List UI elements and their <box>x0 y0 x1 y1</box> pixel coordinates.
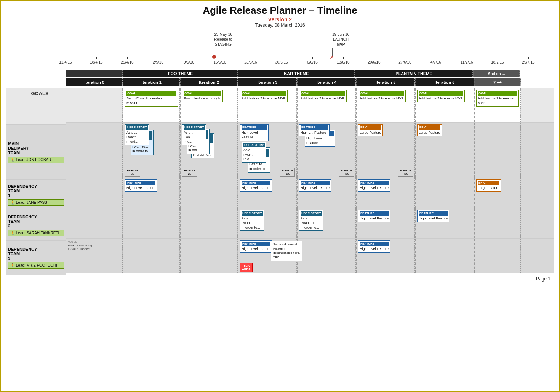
theme-bar-label: BAR THEME <box>238 70 355 77</box>
tick-8 <box>312 57 313 59</box>
main-cell-7 <box>474 123 521 178</box>
date-label: Tuesday, 08 March 2016 <box>6 22 554 28</box>
dep1-cell-6 <box>415 178 474 208</box>
theme-foo <box>66 70 123 77</box>
goal-body-4: Add feature 2 to enable MVP. <box>301 96 345 101</box>
goals-cell-2: GOAL Punch first slice through. <box>180 88 238 122</box>
points-value-5: TBC <box>400 172 411 176</box>
iterations-row: Iteration 0 Iteration 1 Iteration 2 Iter… <box>66 78 554 86</box>
dep3-row: NOTES RISK: Resourcing.ISSUE: Finance. F… <box>66 238 554 273</box>
dep3-cell-7 <box>474 239 521 273</box>
milestone-launch: 19-Jun-16LAUNCHMVP ✕ <box>332 32 349 47</box>
goal-header-1: GOAL <box>126 91 176 96</box>
epic-5: EPIC Large Feature <box>358 124 383 136</box>
header: Agile Release Planner – Timeline Version… <box>6 5 554 30</box>
dep1-label: DEPENDENCY TEAM 1 🚶 Lead: JANE PASS <box>6 179 66 210</box>
dep3-cell-6 <box>415 239 474 273</box>
points-label-5: POINTS <box>400 169 411 172</box>
points-badge-2: POINTS 23 <box>182 168 197 177</box>
page-wrapper: Agile Release Planner – Timeline Version… <box>1 1 559 287</box>
feature-3: FEATURE High Level Feature <box>240 124 269 141</box>
dep2-cell-2 <box>180 208 238 238</box>
callout-bubble: Some risk aroundPlatformdependencies her… <box>271 241 302 261</box>
date-9: 13/6/16 <box>337 60 349 64</box>
goals-cell-3: GOAL Add feature 2 to enable MVP. <box>238 88 297 122</box>
date-5: 16/5/16 <box>213 60 226 64</box>
date-3: 2/5/16 <box>153 60 163 64</box>
iteration-3: Iteration 3 <box>238 78 297 86</box>
dep1-feature-5: FEATURE High Level Feature <box>358 179 390 192</box>
main-cell-4: FEATURE High L... Feature FEATURE High L… <box>297 123 356 178</box>
feature-4a: FEATURE High L... Feature <box>299 124 330 136</box>
date-1: 18/4/16 <box>90 60 102 64</box>
iteration-1: Iteration 1 <box>123 78 180 86</box>
milestone-staging-line <box>214 48 214 56</box>
goal-card-2: GOAL Punch first slice through. <box>182 90 223 102</box>
points-label-2: POINTS <box>184 169 195 172</box>
goals-cell-4: GOAL Add feature 2 to enable MVP. <box>297 88 356 122</box>
main-row: USER STORY As a ...I want...In ord... US… <box>66 122 554 178</box>
dep2-cell-0 <box>66 208 123 238</box>
goal-body-2: Punch first slice through. <box>184 96 221 101</box>
goal-header-6: GOAL <box>419 91 463 96</box>
dep3-lead: 🚶 Lead: MIKE FOOTOOHI <box>8 262 64 269</box>
goal-card-5: GOAL Add feature 2 to enable MVP. <box>358 90 406 102</box>
points-value-2: 23 <box>184 172 195 176</box>
dep1-cell-1: FEATURE High Level Feature <box>123 178 180 208</box>
notes-body: RISK: Resourcing.ISSUE: Finance. <box>68 244 93 251</box>
goal-body-5: Add feature 2 to enable MVP. <box>360 96 404 101</box>
main-cell-0 <box>66 123 123 178</box>
goal-card-6: GOAL Add feature 2 to enable MVP. <box>417 90 465 102</box>
points-value-4: TBC <box>341 172 352 176</box>
story-group-1: USER STORY As a ...I want...In ord... US… <box>125 124 149 145</box>
iteration-0: Iteration 0 <box>66 78 123 86</box>
tick-4 <box>189 57 189 59</box>
points-badge-1: POINTS 22 <box>125 168 140 177</box>
milestone-staging-label: 23-May-16Release toSTAGING <box>214 32 232 47</box>
dep1-cell-2 <box>180 178 238 208</box>
date-13: 11/7/16 <box>460 60 473 64</box>
goal-header-7: GOAL <box>478 91 517 96</box>
dep3-cell-0: NOTES RISK: Resourcing.ISSUE: Finance. <box>66 239 123 273</box>
themes-row: FOO THEME BAR THEME PLANTAIN THEME And o… <box>66 70 554 77</box>
epic-6: EPIC Large Feature <box>417 124 442 136</box>
tick-5 <box>220 57 220 59</box>
dep1-cell-5: FEATURE High Level Feature <box>356 178 415 208</box>
content-area: GOALS MAIN DELIVERY TEAM 🚶 Lead: JON FOO… <box>6 88 554 275</box>
date-12: 4/7/16 <box>430 60 441 64</box>
tick-9 <box>343 57 344 59</box>
milestones-area: 23-May-16Release toSTAGING 19-Jun-16LAUN… <box>66 32 554 57</box>
dep2-cell-7 <box>474 208 521 238</box>
dep2-cell-5: FEATURE High Level Feature <box>356 208 415 238</box>
iteration-7pp: 7 ++ <box>474 78 521 86</box>
dep2-story-4: USER STORY As a ...I want to...In order … <box>299 210 323 231</box>
story-group-2: USER STORY As a ...I wa...In o... USER S… <box>182 124 206 145</box>
points-badge-3: POINTS TBC <box>280 168 295 177</box>
iteration-2: Iteration 2 <box>180 78 238 86</box>
goal-card-3: GOAL Add feature 2 to enable MVP. <box>240 90 288 102</box>
tick-7 <box>282 57 282 59</box>
goal-header-4: GOAL <box>301 91 345 96</box>
tick-1 <box>96 57 97 59</box>
goal-body-3: Add feature 2 to enable MVP. <box>242 96 286 101</box>
feature-group-4: FEATURE High L... Feature FEATURE High L… <box>299 124 330 136</box>
goal-body-7: Add feature 2 to enable MVP. <box>478 96 517 105</box>
date-4: 9/5/16 <box>184 60 194 64</box>
date-14: 18/7/16 <box>491 60 504 64</box>
user-story-2a: USER STORY As a ...I wa...In o... <box>182 124 206 145</box>
version-label: Version 2 <box>6 16 554 22</box>
main-cell-6: EPIC Large Feature <box>415 123 474 178</box>
tick-13 <box>467 57 467 59</box>
milestone-launch-label: 19-Jun-16LAUNCHMVP <box>332 32 349 47</box>
dep1-feature-1: FEATURE High Level Feature <box>125 179 157 192</box>
theme-foo-label: FOO THEME <box>123 70 238 77</box>
goal-header-3: GOAL <box>242 91 286 96</box>
points-label-3: POINTS <box>282 169 293 172</box>
points-badge-5: POINTS TBC <box>398 168 413 177</box>
dep1-cell-7: EPIC Large Feature <box>474 178 521 208</box>
date-6: 23/5/16 <box>244 60 257 64</box>
dep2-cell-4: USER STORY As a ...I want to...In order … <box>297 208 356 238</box>
dep1-epic-7: EPIC Large Feature <box>476 179 501 192</box>
tick-3 <box>158 57 158 59</box>
goal-header-2: GOAL <box>184 91 221 96</box>
